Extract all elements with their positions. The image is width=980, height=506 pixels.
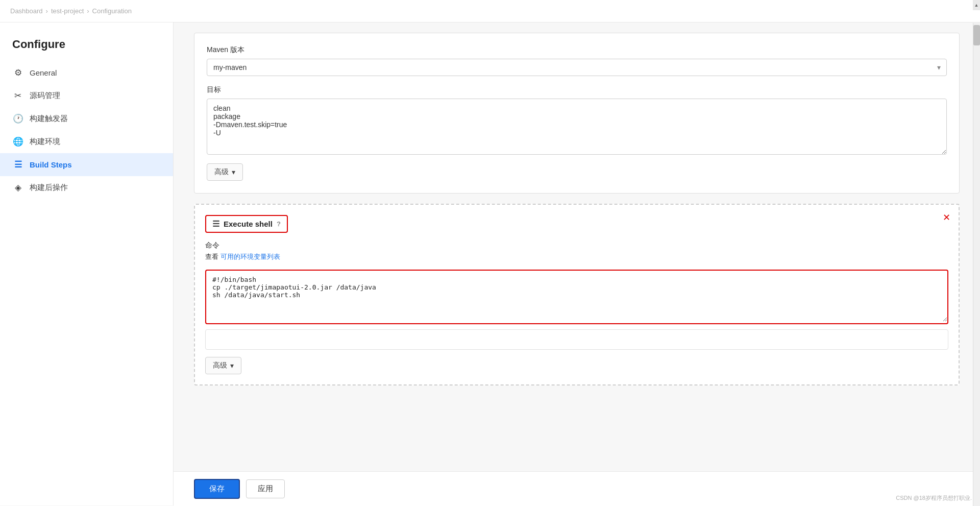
clock-icon: 🕐 [12,113,23,124]
main-content: Maven 版本 my-maven 目标 clean package -Dmav… [174,22,980,505]
bottom-bar: 保存 应用 [174,471,980,505]
maven-advanced-label: 高级 [214,167,229,177]
execute-shell-card: ☰ Execute shell ? ✕ 命令 查看 可用的环境变量列表 #!/b… [194,204,960,385]
maven-version-wrapper: my-maven [207,59,947,76]
sidebar-label-general: General [30,68,57,77]
shell-advanced-label: 高级 [213,361,227,370]
sidebar: Configure ⚙ General ✂ 源码管理 🕐 构建触发器 🌐 构建环… [0,22,174,505]
globe-icon: 🌐 [12,136,23,147]
goal-textarea[interactable]: clean package -Dmaven.test.skip=true -U [207,99,947,155]
watermark: CSDN @18岁程序员想打职业. [896,494,972,502]
cmd-label: 命令 [205,241,948,250]
shell-textarea-wrapper: #!/bin/bash cp ./target/jimapaotui-2.0.j… [205,270,948,324]
chevron-down-icon2: ▾ [230,362,234,370]
shell-extra-area [205,329,948,350]
execute-shell-title: Execute shell [224,220,273,228]
maven-version-select[interactable]: my-maven [207,59,947,76]
sidebar-label-source: 源码管理 [30,91,60,101]
sidebar-item-general[interactable]: ⚙ General [0,61,173,84]
breadcrumb-config: Configuration [92,7,132,15]
goal-label: 目标 [207,85,947,94]
breadcrumb: Dashboard › test-project › Configuration [0,0,980,22]
close-button[interactable]: ✕ [943,213,950,222]
source-icon: ✂ [12,90,23,101]
diamond-icon: ◈ [12,182,23,193]
env-link[interactable]: 可用的环境变量列表 [220,252,280,261]
maven-version-label: Maven 版本 [207,45,947,55]
sidebar-label-postbuild: 构建后操作 [30,183,68,192]
gear-icon: ⚙ [12,67,23,78]
breadcrumb-sep2: › [87,7,89,15]
sidebar-item-postbuild[interactable]: ◈ 构建后操作 [0,176,173,199]
scroll-up-arrow[interactable]: ▲ [973,0,980,10]
maven-section: Maven 版本 my-maven 目标 clean package -Dmav… [194,33,960,194]
maven-advanced-button[interactable]: 高级 ▾ [207,163,243,181]
breadcrumb-dashboard[interactable]: Dashboard [10,7,43,15]
breadcrumb-project[interactable]: test-project [51,7,84,15]
shell-textarea[interactable]: #!/bin/bash cp ./target/jimapaotui-2.0.j… [206,271,947,322]
hamburger-icon: ☰ [212,219,219,229]
sidebar-item-buildenv[interactable]: 🌐 构建环境 [0,130,173,153]
sidebar-title: Configure [0,33,173,61]
help-icon[interactable]: ? [277,220,281,228]
sidebar-label-buildenv: 构建环境 [30,137,60,147]
execute-shell-header: ☰ Execute shell ? [205,215,948,233]
scrollbar-track [973,23,980,505]
shell-advanced-button[interactable]: 高级 ▾ [205,357,241,374]
save-button[interactable]: 保存 [194,479,240,499]
sidebar-item-trigger[interactable]: 🕐 构建触发器 [0,107,173,130]
sidebar-item-buildsteps[interactable]: ☰ Build Steps [0,153,173,176]
list-icon: ☰ [12,159,23,170]
apply-button[interactable]: 应用 [246,479,285,498]
chevron-down-icon: ▾ [232,168,235,176]
env-prefix-line: 查看 可用的环境变量列表 [205,252,948,266]
env-prefix-text: 查看 可用的环境变量列表 [205,253,280,260]
execute-shell-title-box: ☰ Execute shell ? [205,215,288,233]
scrollbar-thumb[interactable] [973,25,980,45]
sidebar-label-buildsteps: Build Steps [30,160,72,169]
sidebar-item-source[interactable]: ✂ 源码管理 [0,84,173,107]
breadcrumb-sep1: › [46,7,48,15]
sidebar-label-trigger: 构建触发器 [30,114,68,124]
